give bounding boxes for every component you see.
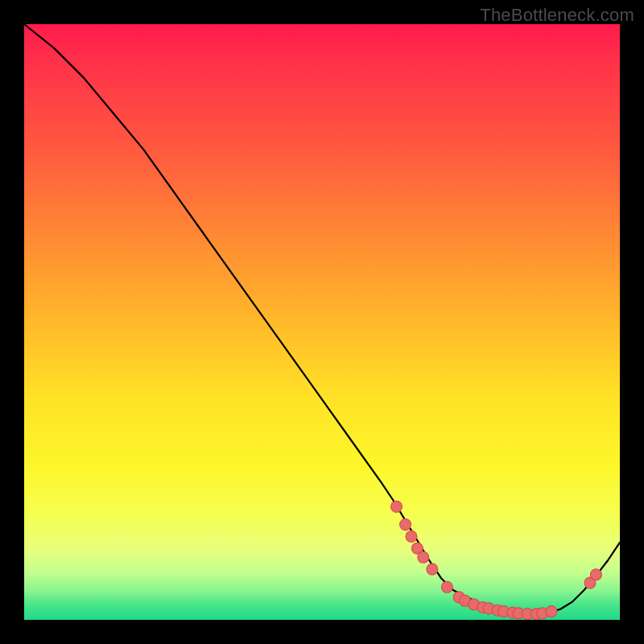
data-point (418, 551, 429, 563)
chart-frame: TheBottleneck.com (0, 0, 644, 644)
data-point (406, 530, 417, 542)
data-point (546, 606, 557, 617)
data-points (391, 501, 602, 619)
data-point (400, 519, 411, 530)
watermark-text: TheBottleneck.com (480, 5, 634, 26)
chart-svg (24, 24, 620, 620)
data-point (441, 581, 452, 592)
plot-area (24, 24, 620, 620)
data-point (391, 501, 402, 512)
data-point (427, 564, 438, 575)
curve-line (24, 24, 620, 614)
data-point (590, 569, 601, 580)
